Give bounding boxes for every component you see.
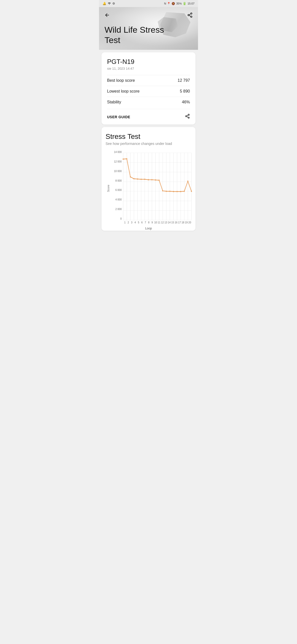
stress-chart: Score 02 0004 0006 0008 00010 00012 0001… [106, 151, 191, 226]
x-tick: 6 [140, 221, 144, 224]
settings-icon: ⚙ [112, 2, 115, 5]
svg-point-43 [137, 178, 138, 180]
svg-point-57 [187, 181, 188, 182]
y-tick: 14 000 [110, 151, 123, 153]
lowest-loop-row: Lowest loop score 5 890 [107, 86, 190, 97]
status-left-icons: 🔔 ⚙ [103, 2, 115, 6]
chart-svg [123, 151, 191, 220]
stress-test-title: Stress Test [106, 133, 191, 141]
y-tick: 2 000 [110, 208, 123, 211]
svg-point-41 [130, 176, 131, 177]
device-name: PGT-N19 [107, 58, 190, 66]
svg-line-9 [187, 116, 188, 117]
x-tick: 19 [185, 221, 188, 224]
svg-point-6 [188, 114, 189, 115]
hero-title: Wild Life Stress Test [105, 25, 164, 45]
bell-mute-icon: 🔕 [172, 2, 175, 5]
status-right: N 📍 🔕 35% 🔋 15:07 [164, 2, 194, 5]
svg-line-4 [189, 15, 191, 16]
clock: 15:07 [187, 2, 194, 5]
stress-test-card: Stress Test See how performance changes … [102, 127, 195, 231]
y-tick: 10 000 [110, 170, 123, 173]
x-tick: 18 [181, 221, 185, 224]
svg-point-55 [180, 191, 181, 192]
best-loop-label: Best loop score [107, 78, 135, 83]
svg-point-44 [141, 179, 142, 180]
result-card: PGT-N19 sie 11, 2023 14:47 Best loop sco… [102, 52, 195, 125]
svg-point-39 [123, 158, 124, 160]
svg-point-50 [162, 190, 163, 191]
x-tick: 10 [154, 221, 157, 224]
svg-point-3 [191, 16, 192, 17]
svg-point-1 [191, 13, 192, 14]
user-guide-label: USER GUIDE [107, 115, 130, 119]
y-tick: 4 000 [110, 198, 123, 201]
y-axis-label: Score [106, 151, 110, 226]
x-tick: 2 [127, 221, 130, 224]
x-tick: 4 [134, 221, 137, 224]
svg-point-42 [134, 178, 135, 179]
x-tick: 11 [157, 221, 161, 224]
y-ticks: 02 0004 0006 0008 00010 00012 00014 000 [110, 151, 123, 220]
svg-point-40 [126, 158, 127, 159]
svg-point-47 [151, 179, 152, 180]
svg-point-51 [166, 191, 167, 192]
svg-point-54 [177, 191, 178, 192]
nfc-icon: N [164, 2, 166, 5]
svg-point-7 [186, 116, 187, 117]
svg-point-53 [173, 191, 174, 192]
share-button-hero[interactable] [185, 11, 194, 20]
stability-value: 46% [182, 100, 190, 104]
x-axis-label: Loop [106, 227, 191, 230]
x-tick: 14 [168, 221, 171, 224]
status-bar: 🔔 ⚙ N 📍 🔕 35% 🔋 15:07 [99, 0, 198, 7]
x-tick: 13 [164, 221, 168, 224]
best-loop-row: Best loop score 12 797 [107, 75, 190, 86]
stability-label: Stability [107, 100, 121, 104]
svg-point-48 [155, 179, 156, 181]
svg-point-0 [109, 4, 110, 4]
alert-icon: 🔔 [103, 2, 106, 5]
x-tick: 7 [144, 221, 147, 224]
svg-point-52 [169, 191, 170, 192]
wifi-icon [108, 2, 111, 6]
x-tick: 1 [123, 221, 127, 224]
svg-point-45 [144, 179, 145, 180]
svg-line-5 [189, 14, 191, 15]
x-tick: 8 [147, 221, 151, 224]
best-loop-value: 12 797 [178, 78, 190, 83]
lowest-loop-label: Lowest loop score [107, 89, 140, 94]
y-tick: 0 [110, 217, 123, 220]
hero-section: Wild Life Stress Test [99, 7, 198, 50]
back-button[interactable] [103, 11, 112, 20]
svg-point-58 [191, 191, 192, 192]
battery-icon: 🔋 [183, 2, 186, 5]
x-tick: 12 [161, 221, 164, 224]
svg-point-49 [159, 180, 160, 181]
svg-point-2 [188, 14, 189, 16]
stress-test-subtitle: See how performance changes under load [106, 142, 191, 146]
battery-percent: 35% [176, 2, 182, 5]
x-tick: 15 [171, 221, 175, 224]
stability-row: Stability 46% [107, 97, 190, 107]
x-tick: 3 [130, 221, 134, 224]
svg-line-10 [187, 115, 188, 116]
device-date: sie 11, 2023 14:47 [107, 67, 190, 70]
share-icon[interactable] [185, 114, 190, 120]
x-tick: 16 [174, 221, 178, 224]
x-tick: 17 [178, 221, 181, 224]
chart-area [123, 151, 191, 220]
x-tick: 20 [188, 221, 191, 224]
location-icon: 📍 [167, 2, 171, 5]
x-tick: 5 [137, 221, 140, 224]
lowest-loop-value: 5 890 [180, 89, 190, 94]
svg-point-56 [184, 191, 185, 192]
chart-inner: 02 0004 0006 0008 00010 00012 00014 000 … [110, 151, 191, 226]
y-tick: 8 000 [110, 179, 123, 182]
svg-point-46 [148, 179, 149, 180]
user-guide-row[interactable]: USER GUIDE [107, 109, 190, 120]
x-axis: 1234567891011121314151617181920 [123, 220, 191, 226]
x-tick: 9 [150, 221, 154, 224]
svg-point-8 [188, 117, 189, 118]
y-tick: 12 000 [110, 160, 123, 163]
